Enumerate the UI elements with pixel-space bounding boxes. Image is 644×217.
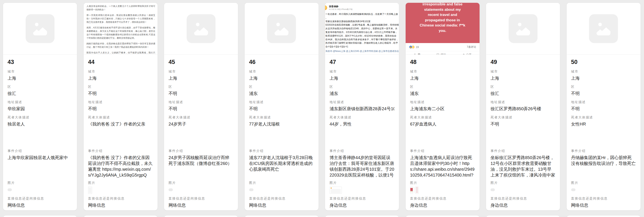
direct-label: 直接信息还是间接信息 — [8, 196, 72, 201]
victim-label: 死者大体描述 — [571, 115, 636, 119]
red-post-text-line: you. — [439, 28, 446, 33]
city-label: 城市 — [490, 69, 556, 74]
post-action-1[interactable]: 评论 — [436, 53, 446, 55]
image-label: 图片 — [168, 181, 234, 185]
district-label: 区 — [168, 85, 234, 89]
field-district: 区 徐汇 — [490, 85, 556, 96]
comments-count[interactable]: 7条评论 — [467, 45, 476, 49]
victim-label: 死者大体描述 — [330, 115, 394, 119]
image-label: 图片 — [8, 181, 72, 185]
field-event: 事件介绍 24岁男子因核酸而延误治疗而猝死于浦东医院（微博@红茶260） — [168, 149, 234, 179]
case-image-area[interactable] — [245, 3, 318, 55]
weibo-text-line: 恳求相关部门能帮忙处理好后续问题，并做好两位老人的心理疏导，给予 — [326, 41, 399, 45]
event-label: 事件介绍 — [410, 149, 475, 153]
thumbnail-pill — [490, 188, 495, 191]
case-image-area[interactable]: irresponsible and falsestatements about … — [406, 3, 480, 55]
victim-value: 《我的爸爸 没了》作者的父亲 — [88, 121, 153, 145]
district-label: 区 — [571, 85, 636, 89]
district-value: 不明 — [88, 91, 153, 96]
event-value: 24岁男子因核酸而延误治疗而猝死于浦东医院（微博@红茶260） — [168, 155, 234, 179]
district-label: 区 — [410, 85, 475, 89]
field-district: 区 浦东 — [249, 85, 314, 96]
image-thumbnail[interactable] — [88, 187, 153, 194]
case-image-area[interactable] — [164, 3, 238, 55]
image-thumbnail[interactable] — [168, 187, 234, 194]
victim-label: 死者大体描述 — [168, 115, 234, 119]
direct-label: 直接信息还是间接信息 — [88, 196, 153, 201]
field-address: 地址描述 不明 — [249, 100, 314, 112]
field-city: 城市 上海 — [330, 69, 394, 81]
district-value: 浦东 — [330, 91, 394, 96]
thumbnail-red-post — [410, 187, 413, 194]
image-thumbnail[interactable] — [8, 187, 72, 194]
case-image-area[interactable]: 茶香禅静4-2 02:31 来自 iPhone客户端一名志愿者，昨日我投入路浦西… — [325, 3, 399, 55]
weibo-text-line: 在44岁。我大伯和我大伯母70多岁老来丧子，对于整个事情我不做评价， — [326, 38, 399, 41]
weibo-post-body: 一名志愿者，昨日我投入路浦西核酸检测的队伍，但是累了一天后晚上接。哥家住浦东新区… — [326, 12, 399, 48]
city-value: 上海 — [330, 75, 394, 81]
next-row-card-top — [164, 215, 238, 217]
field-address: 地址描述 上海浦东寿二小区 — [410, 100, 475, 112]
image-thumbnail[interactable] — [330, 187, 394, 194]
field-district: 区 不明 — [88, 85, 153, 96]
victim-value: 不明 — [490, 121, 556, 145]
city-value: 上海 — [490, 75, 556, 81]
weibo-text-line: 合十][合十][合十][合十] — [326, 45, 399, 48]
address-value: 浦东新区唐镇创新西路28弄24号101室 — [330, 106, 394, 112]
image-placeholder — [567, 3, 640, 54]
direct-value: 身边信息 — [490, 202, 556, 208]
victim-label: 死者大体描述 — [8, 115, 72, 119]
direct-label: 直接信息还是间接信息 — [490, 196, 556, 201]
event-label: 事件介绍 — [168, 149, 234, 153]
case-image-area[interactable]: 人都没有这样的机会。一个病人需要几十个人的同时帮助和关怀才有可能获得一丝的机会！… — [84, 3, 158, 55]
field-district: 区 不明 — [168, 85, 234, 96]
field-direct: 直接信息还是间接信息 网络信息 — [168, 196, 234, 208]
field-victim: 死者大体描述 《我的爸爸 没了》作者的父亲 — [88, 115, 153, 145]
case-card: 43 城市 上海 区 徐汇 地址描述 华欣家园 死者大体描述 独居老人 事件介绍… — [3, 2, 77, 211]
image-placeholder-tile — [589, 14, 618, 43]
next-row-card-top — [3, 215, 77, 217]
weibo-mentions-links[interactable]: 海发布 @News上海 @上海12345 @上海市市民信箱 @上海市志愿者协会 — [326, 49, 399, 53]
image-label: 图片 — [88, 181, 153, 185]
city-label: 城市 — [249, 69, 314, 74]
image-thumbnail[interactable] — [410, 187, 475, 194]
image-thumbnail[interactable] — [490, 187, 556, 194]
image-placeholder-icon — [514, 19, 532, 38]
image-label: 图片 — [330, 181, 394, 185]
thumbnail-weibo-screenshot — [330, 187, 342, 194]
thumbnail-pill — [168, 188, 173, 191]
field-address: 地址描述 不明 — [88, 100, 153, 112]
case-number: 49 — [490, 58, 556, 66]
thumbnail-divider — [414, 187, 414, 193]
field-image: 图片 — [249, 181, 314, 194]
case-image-area[interactable] — [486, 3, 560, 55]
case-number: 43 — [8, 58, 72, 66]
image-placeholder — [3, 3, 77, 54]
field-direct: 直接信息还是间接信息 身边信息 — [410, 196, 475, 208]
case-image-area[interactable] — [567, 3, 640, 55]
case-number: 45 — [168, 58, 234, 66]
share-action-icon — [462, 53, 465, 55]
field-district: 区 不明 — [571, 85, 636, 96]
next-row-card-top — [84, 215, 158, 217]
post-action-2[interactable]: 分享 — [462, 53, 472, 55]
district-value: 徐汇 — [490, 91, 556, 96]
address-label: 地址描述 — [490, 100, 556, 104]
next-row-cards-partial — [3, 215, 641, 217]
field-victim: 死者大体描述 不明 — [490, 115, 556, 145]
district-value: 浦东 — [410, 91, 475, 96]
image-thumbnail[interactable] — [249, 187, 314, 194]
post-action-0[interactable]: 赞 — [414, 53, 420, 55]
field-city: 城市 上海 — [88, 69, 153, 81]
event-label: 事件介绍 — [330, 149, 394, 153]
address-label: 地址描述 — [168, 100, 234, 104]
weibo-post-screenshot: 茶香禅静4-2 02:31 来自 iPhone客户端一名志愿者，昨日我投入路浦西… — [325, 3, 399, 53]
field-event: 事件介绍 丹纳赫集团的某Hr，因心脏猝死没有核酸报告耽误治疗，导致死亡 — [571, 149, 636, 179]
direct-label: 直接信息还是间接信息 — [168, 196, 234, 201]
image-thumbnail[interactable] — [571, 187, 636, 194]
district-label: 区 — [330, 85, 394, 89]
case-image-area[interactable] — [3, 3, 77, 55]
red-post-text-line: Chinese social media: f**k — [420, 23, 465, 28]
case-content: 43 城市 上海 区 徐汇 地址描述 华欣家园 死者大体描述 独居老人 事件介绍… — [3, 58, 77, 208]
case-number: 50 — [571, 58, 636, 66]
weibo-text-line: 从这天开始我大伯停地电话12345，疾控中心，居委转运车一直不来。永 — [326, 27, 399, 30]
